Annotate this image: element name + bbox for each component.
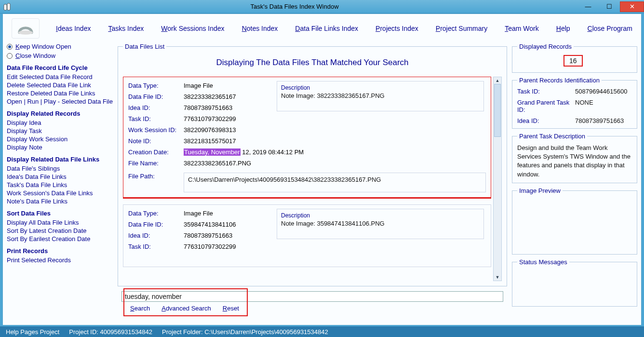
status-project-folder: Project Folder: C:\Users\Darren\Projects… bbox=[162, 328, 328, 336]
scrollbar[interactable]: ▲ ▼ bbox=[493, 77, 502, 281]
status-messages-group: Status Messages bbox=[512, 258, 637, 307]
records-viewport: Data Type: Image File Data File ID: 3822… bbox=[123, 77, 502, 281]
value-file-path: C:\Users\Darren\Projects\400956931534842… bbox=[184, 173, 486, 192]
sidebar-group-heading: Sort Data Files bbox=[7, 210, 113, 217]
app-icon bbox=[3, 2, 12, 11]
window-body: Ideas IndexTasks IndexWork Sessions Inde… bbox=[2, 13, 642, 325]
sidebar-item[interactable]: Data File's Siblings bbox=[7, 165, 113, 172]
parent-task-description-group: Parent Task Description Design and build… bbox=[512, 133, 637, 183]
sidebar-item[interactable]: Display All Data File Links bbox=[7, 219, 113, 226]
description-box: Description Note Image: 359847413841106.… bbox=[277, 209, 484, 239]
status-bar: Help Pages Project Project ID: 400956931… bbox=[0, 326, 644, 337]
search-input[interactable] bbox=[121, 291, 503, 302]
sidebar-group-heading: Display Related Data File Links bbox=[7, 156, 113, 163]
app-logo-icon bbox=[12, 18, 40, 39]
search-bar: Search Advanced Search Reset bbox=[118, 291, 507, 320]
list-heading: Displaying The Data Files That Matched Y… bbox=[123, 58, 502, 67]
value-note-id: 382218315575017 bbox=[184, 137, 486, 145]
sidebar-item[interactable]: Display Note bbox=[7, 144, 113, 151]
menu-item[interactable]: Ideas Index bbox=[56, 25, 91, 32]
menu-item[interactable]: Notes Index bbox=[242, 25, 278, 32]
description-box: Description Note Image: 382233382365167.… bbox=[277, 81, 484, 111]
menu-item[interactable]: Help bbox=[556, 25, 570, 32]
menu-item[interactable]: Close Program bbox=[588, 25, 632, 32]
sidebar: Keep Window Open Close Window Data File … bbox=[7, 43, 113, 320]
sidebar-item[interactable]: Work Session's Data File Links bbox=[7, 189, 113, 197]
sidebar-item[interactable]: Task's Data File Links bbox=[7, 181, 113, 189]
parent-task-description-text: Design and build the Team Work Services … bbox=[517, 144, 632, 179]
label-file-name: File Name: bbox=[128, 160, 184, 167]
data-file-record[interactable]: Data Type: Image File Data File ID: 3598… bbox=[123, 204, 491, 267]
scroll-thumb[interactable] bbox=[494, 84, 501, 137]
sidebar-item[interactable]: Display Idea bbox=[7, 119, 113, 126]
label-data-file-id: Data File ID: bbox=[128, 93, 184, 100]
image-preview-group: Image Preview bbox=[512, 187, 637, 255]
sidebar-item[interactable]: Sort By Latest Creation Date bbox=[7, 227, 113, 234]
search-button[interactable]: Search bbox=[130, 305, 150, 312]
parent-records-group: Parent Records Identification Task ID:50… bbox=[512, 77, 637, 129]
sidebar-item[interactable]: Restore Deleted Data File Links bbox=[7, 90, 113, 97]
sidebar-item[interactable]: Display Work Session bbox=[7, 135, 113, 143]
label-creation-date: Creation Date: bbox=[128, 148, 184, 156]
right-panel: Displayed Records 16 Parent Records Iden… bbox=[512, 43, 637, 320]
value-creation-date: Tuesday, November 12, 2019 08:44:12 PM bbox=[184, 148, 486, 156]
label-task-id: Task ID: bbox=[128, 115, 184, 122]
radio-keep-window-open[interactable]: Keep Window Open bbox=[7, 43, 113, 50]
advanced-search-button[interactable]: Advanced Search bbox=[161, 305, 211, 312]
reset-button[interactable]: Reset bbox=[223, 305, 239, 312]
radio-close-window[interactable]: Close Window bbox=[7, 52, 113, 59]
status-help[interactable]: Help Pages Project bbox=[6, 328, 59, 336]
minimize-button[interactable]: — bbox=[577, 1, 599, 12]
sidebar-item[interactable]: Display Task bbox=[7, 127, 113, 135]
sidebar-item[interactable]: Idea's Data File Links bbox=[7, 173, 113, 180]
value-ws-id: 382209076398313 bbox=[184, 126, 486, 134]
sidebar-item[interactable]: Edit Selected Data File Record bbox=[7, 73, 113, 81]
sidebar-item[interactable]: Sort By Earilest Creation Date bbox=[7, 235, 113, 243]
sidebar-item[interactable]: Delete Selected Data File Link bbox=[7, 81, 113, 89]
status-project-id: Project ID: 400956931534842 bbox=[69, 328, 152, 336]
window-titlebar: Task's Data Files Index Window — ☐ ✕ bbox=[0, 0, 644, 13]
value-description: Note Image: 382233382365167.PNG bbox=[281, 92, 480, 99]
sidebar-group-heading: Data File Record Life Cycle bbox=[7, 64, 113, 71]
sidebar-group-heading: Display Related Records bbox=[7, 110, 113, 117]
label-ws-id: Work Session ID: bbox=[128, 126, 184, 134]
displayed-records-group: Displayed Records 16 bbox=[512, 43, 637, 73]
svg-point-2 bbox=[18, 30, 33, 35]
menu-item[interactable]: Team Work bbox=[505, 25, 539, 32]
menu-item[interactable]: Project Summary bbox=[436, 25, 487, 32]
sidebar-item[interactable]: Note's Data File Links bbox=[7, 198, 113, 205]
menu-item[interactable]: Data File Links Index bbox=[295, 25, 358, 32]
displayed-records-value: 16 bbox=[564, 55, 583, 67]
scroll-down-icon[interactable]: ▼ bbox=[494, 274, 501, 281]
menubar: Ideas IndexTasks IndexWork Sessions Inde… bbox=[3, 14, 641, 43]
menu-item[interactable]: Tasks Index bbox=[108, 25, 144, 32]
data-file-record[interactable]: Data Type: Image File Data File ID: 3822… bbox=[123, 77, 491, 198]
sidebar-item[interactable]: Open | Run | Play - Selected Data File bbox=[7, 98, 113, 105]
label-data-type: Data Type: bbox=[128, 82, 184, 89]
menu-item[interactable]: Projects Index bbox=[376, 25, 418, 32]
menu-item[interactable]: Work Sessions Index bbox=[161, 25, 224, 32]
value-file-name: 382233382365167.PNG bbox=[184, 160, 486, 167]
window-title: Task's Data Files Index Window bbox=[12, 3, 577, 10]
sidebar-item[interactable]: Print Selected Records bbox=[7, 256, 113, 264]
sidebar-group-heading: Print Records bbox=[7, 247, 113, 255]
svg-rect-1 bbox=[7, 3, 10, 10]
label-file-path: File Path: bbox=[128, 173, 184, 192]
center-panel: Data Files List Displaying The Data File… bbox=[118, 43, 507, 320]
data-files-list-group: Data Files List Displaying The Data File… bbox=[118, 43, 507, 286]
value-task-id: 776310797302299 bbox=[184, 115, 486, 122]
scroll-up-icon[interactable]: ▲ bbox=[494, 77, 501, 84]
svg-rect-0 bbox=[4, 4, 7, 10]
maximize-button[interactable]: ☐ bbox=[599, 1, 620, 12]
close-button[interactable]: ✕ bbox=[620, 1, 644, 12]
data-files-list-legend: Data Files List bbox=[123, 43, 166, 50]
label-note-id: Note ID: bbox=[128, 137, 184, 145]
label-description: Description bbox=[281, 84, 480, 91]
label-idea-id: Idea ID: bbox=[128, 104, 184, 111]
